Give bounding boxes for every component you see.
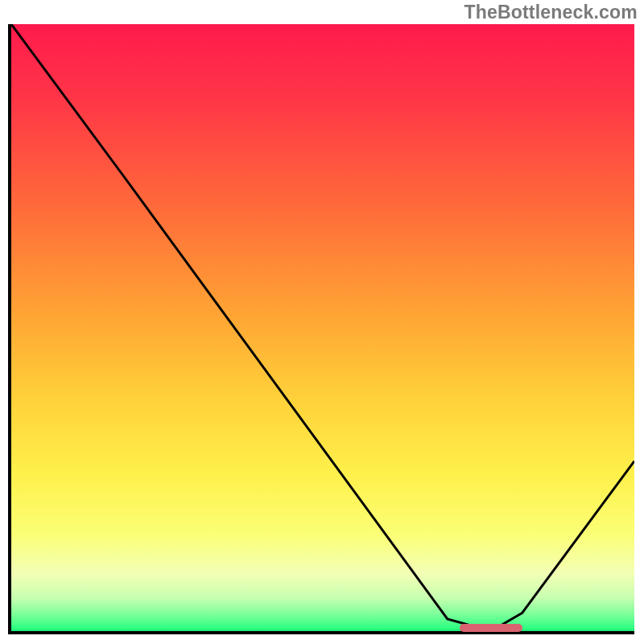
watermark-text: TheBottleneck.com — [464, 2, 638, 23]
chart-container: TheBottleneck.com — [0, 0, 644, 644]
svg-rect-0 — [11, 24, 634, 631]
plot-area — [8, 24, 634, 634]
optimal-range-marker — [460, 624, 522, 632]
background-gradient — [11, 24, 634, 631]
